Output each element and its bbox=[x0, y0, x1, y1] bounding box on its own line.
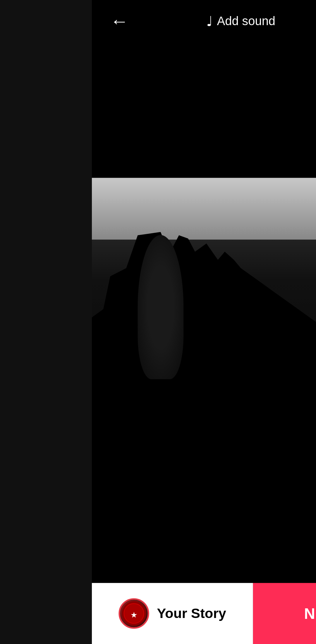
avatar: ★ bbox=[119, 598, 149, 629]
next-label: Next bbox=[304, 605, 316, 621]
video-area bbox=[92, 43, 316, 583]
video-silhouette bbox=[92, 219, 316, 383]
app-container: ← ♩ Add sound bbox=[92, 0, 316, 644]
video-frame bbox=[92, 178, 316, 383]
back-icon: ← bbox=[110, 11, 129, 31]
your-story-label: Your Story bbox=[157, 605, 226, 621]
bottom-bar: ★ Your Story Next bbox=[92, 583, 316, 644]
your-story-button[interactable]: ★ Your Story bbox=[92, 583, 253, 644]
avatar-image: ★ bbox=[120, 600, 148, 627]
add-sound-button[interactable]: ♩ Add sound bbox=[206, 13, 275, 30]
back-button[interactable]: ← bbox=[104, 5, 135, 38]
next-button[interactable]: Next bbox=[253, 583, 316, 644]
header: ← ♩ Add sound bbox=[92, 0, 316, 43]
music-icon: ♩ bbox=[206, 13, 212, 30]
add-sound-label: Add sound bbox=[217, 15, 275, 28]
video-content bbox=[92, 43, 316, 583]
svg-text:★: ★ bbox=[131, 611, 137, 619]
